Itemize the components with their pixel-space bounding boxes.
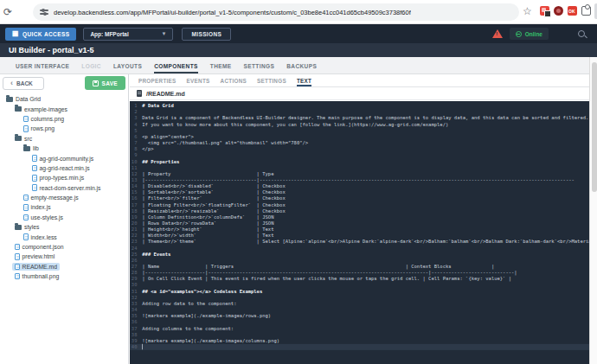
- warning-icon[interactable]: [492, 29, 503, 38]
- editor-line[interactable]: 10## Properties: [130, 158, 589, 164]
- tab-properties[interactable]: PROPERTIES: [138, 74, 177, 86]
- tree-file-thumbnail-png[interactable]: thumbnail.png: [0, 271, 128, 281]
- line-number: 32: [130, 295, 142, 301]
- nav-tab-components[interactable]: COMPONENTS: [154, 63, 198, 73]
- nav-tab-user-interface[interactable]: USER INTERFACE: [16, 63, 69, 73]
- editor-line[interactable]: 8</p>: [130, 146, 589, 152]
- extensions-puzzle-icon[interactable]: [581, 6, 591, 16]
- editor-line[interactable]: 32: [130, 295, 589, 301]
- editor-line[interactable]: 35![markers example](./example-images/ro…: [130, 313, 589, 319]
- editor-line[interactable]: 12| Property | Type: [130, 171, 589, 177]
- missions-button[interactable]: MISSIONS: [182, 28, 231, 41]
- site-settings-icon[interactable]: [40, 8, 48, 16]
- editor-line[interactable]: 13|-------------------------------------…: [130, 177, 589, 183]
- editor-line[interactable]: 28|---------------------|---------------…: [130, 270, 589, 276]
- editor-line[interactable]: 19| Column Definition<br/>`columnDefs` |…: [130, 214, 589, 220]
- online-status-badge[interactable]: Online: [510, 28, 549, 40]
- tree-folder-styles[interactable]: styles: [0, 222, 128, 232]
- editor-line[interactable]: 16| Filter<br/>`filter` | Checkbox: [130, 195, 589, 201]
- ext-orange-badge-icon[interactable]: [540, 6, 549, 16]
- editor-line[interactable]: 21| Height<br/>`height` | Text: [130, 227, 589, 233]
- search-icon[interactable]: [578, 30, 585, 37]
- tree-file-rows-png[interactable]: rows.png: [0, 124, 128, 133]
- editor-line[interactable]: 34: [130, 307, 589, 313]
- tree-file-columns-png[interactable]: columns.png: [0, 114, 128, 124]
- editor-line[interactable]: 3Data Grid is a component of Backendless…: [130, 115, 589, 121]
- page-scrollbar[interactable]: [589, 57, 597, 364]
- tree-item-label: component.json: [22, 244, 64, 250]
- quick-access-label: QUICK ACCESS: [22, 31, 69, 37]
- app-selector-dropdown[interactable]: App: MFPortal ▼: [83, 28, 173, 41]
- editor-line[interactable]: 25### Events: [130, 252, 589, 258]
- editor-line[interactable]: 37Adding columns to the component:: [130, 325, 589, 331]
- nav-tab-theme[interactable]: THEME: [210, 63, 232, 73]
- save-button[interactable]: SAVE: [85, 76, 125, 90]
- tab-events[interactable]: EVENTS: [187, 74, 210, 86]
- folder-icon: [15, 136, 22, 141]
- editor-line[interactable]: 6<p align="center">: [130, 134, 589, 140]
- editor-line[interactable]: 9: [130, 152, 589, 158]
- editor-line[interactable]: 15| Sortable<br/>`sortable` | Checkbox: [130, 189, 589, 195]
- editor-line[interactable]: 17| Floating Filter<br/>`floatingFilter`…: [130, 201, 589, 208]
- reload-icon[interactable]: ⟳: [2, 6, 14, 18]
- ext-red-square-icon[interactable]: [568, 6, 577, 16]
- nav-tab-settings[interactable]: SETTINGS: [244, 63, 275, 73]
- tree-item-content: index.js: [21, 203, 54, 212]
- tree-file-component-json[interactable]: component.json: [0, 242, 128, 252]
- back-button[interactable]: ‹ BACK: [3, 77, 44, 90]
- tab-text[interactable]: TEXT: [297, 74, 311, 86]
- bookmark-star-icon[interactable]: ☆: [523, 5, 532, 17]
- tree-file-prop-types-min-js[interactable]: prop-types.min.js: [0, 173, 128, 182]
- editor-line[interactable]: 1# Data Grid: [130, 103, 589, 109]
- editor-line[interactable]: 2: [130, 109, 589, 115]
- tree-file-empty-message-js[interactable]: empty-message.js: [0, 193, 128, 202]
- tree-file-preview-html[interactable]: preview.html: [0, 252, 128, 261]
- editor-line[interactable]: 20| Rows Data<br/>`rowsData` | JSON: [130, 220, 589, 227]
- tree-folder-src[interactable]: src: [0, 134, 128, 144]
- editor-line[interactable]: 39![markers example](./example-images/co…: [130, 338, 589, 344]
- editor-line[interactable]: 40: [130, 344, 589, 350]
- editor-line[interactable]: 11: [130, 164, 589, 170]
- quick-access-button[interactable]: ▦ QUICK ACCESS: [5, 28, 76, 41]
- editor-line[interactable]: 4If you want to know more about this com…: [130, 121, 589, 127]
- editor-line[interactable]: 38: [130, 332, 589, 338]
- tab-actions[interactable]: ACTIONS: [221, 74, 247, 86]
- ext-maroon-circle-icon[interactable]: [554, 6, 563, 16]
- tree-file-ag-grid-community-js[interactable]: ag-grid-community.js: [0, 153, 128, 163]
- line-code: |---------------------|-----------------…: [142, 270, 517, 276]
- editor-line[interactable]: 29| On Cell Click Event | This event is …: [130, 276, 589, 282]
- tree-file-index-less[interactable]: index.less: [0, 232, 128, 241]
- editor-line[interactable]: 33Adding row data to the component:: [130, 301, 589, 307]
- tree-folder-lib[interactable]: lib: [0, 144, 128, 153]
- editor-line[interactable]: 5: [130, 128, 589, 134]
- tree-file-readme-md[interactable]: README.md: [0, 262, 128, 271]
- editor-line[interactable]: 26: [130, 258, 589, 264]
- code-editor[interactable]: 1# Data Grid23Data Grid is a component o…: [130, 101, 589, 364]
- editor-line[interactable]: 30: [130, 282, 589, 288]
- tree-folder-example-images[interactable]: example-images: [0, 104, 128, 113]
- editor-line[interactable]: 31## <a id="examples"></a> Codeless Exam…: [130, 288, 589, 294]
- tree-file-index-js[interactable]: index.js: [0, 202, 128, 212]
- line-code: | Filter<br/>`filter` | Checkbox: [142, 195, 285, 201]
- tree-item-content: ag-grid-community.js: [29, 154, 96, 163]
- editor-line[interactable]: 14| Disabled<br/>`disabled` | Checkbox: [130, 183, 589, 189]
- tree-folder-data-grid[interactable]: Data Grid: [0, 94, 128, 104]
- editor-line[interactable]: 24: [130, 245, 589, 251]
- address-bar[interactable]: develop.backendless.com/app/MFPortal/ui-…: [33, 3, 519, 21]
- editor-line[interactable]: 22| Width<br/>`width` | Text: [130, 233, 589, 239]
- url-text[interactable]: develop.backendless.com/app/MFPortal/ui-…: [54, 9, 411, 16]
- tree-file-ag-grid-react-min-js[interactable]: ag-grid-react.min.js: [0, 163, 128, 173]
- editor-line[interactable]: 7 <img src="./thumbnail.png" alt="thumbn…: [130, 140, 589, 146]
- editor-line[interactable]: 18| Resizable<br/>`resizable` | Checkbox: [130, 208, 589, 214]
- tab-settings[interactable]: SETTINGS: [257, 74, 286, 86]
- nav-tab-backups[interactable]: BACKUPS: [286, 63, 317, 73]
- line-number: 17: [130, 201, 142, 208]
- editor-line[interactable]: 23| Theme<br/>`theme` | Select [Alpine:`…: [130, 239, 589, 245]
- scrollbar-thumb[interactable]: [592, 62, 597, 192]
- nav-tab-layouts[interactable]: LAYOUTS: [113, 63, 142, 73]
- line-number: 2: [130, 109, 142, 115]
- editor-line[interactable]: 36: [130, 319, 589, 325]
- tree-file-react-dom-server-min-js[interactable]: react-dom-server.min.js: [0, 183, 128, 193]
- editor-line[interactable]: 27| Name | Triggers | Context Blocks |: [130, 264, 589, 270]
- tree-file-use-styles-js[interactable]: use-styles.js: [0, 213, 128, 222]
